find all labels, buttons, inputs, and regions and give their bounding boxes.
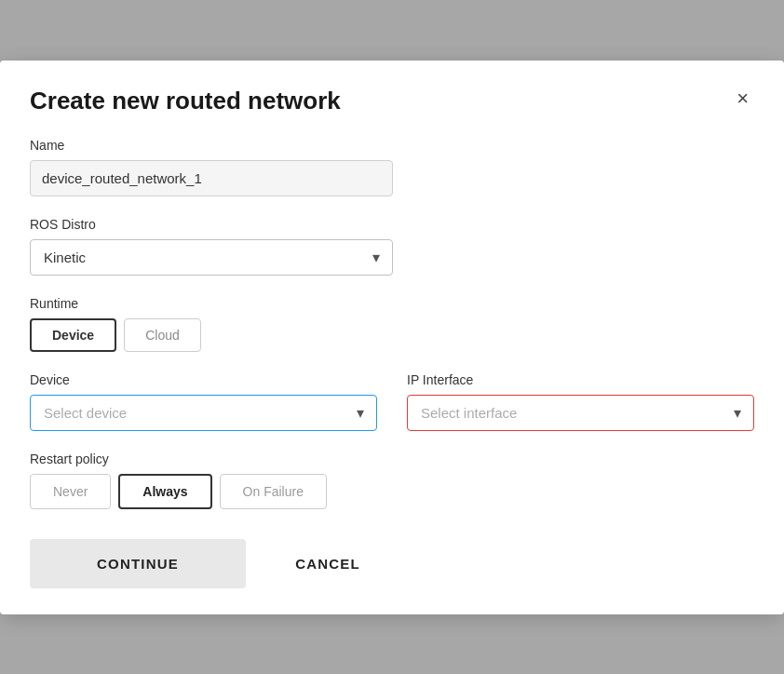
restart-never-button[interactable]: Never (30, 474, 111, 509)
ip-interface-select[interactable]: Select interface (407, 395, 754, 431)
ros-distro-label: ROS Distro (30, 217, 754, 232)
runtime-group: Runtime Device Cloud (30, 296, 754, 352)
close-button[interactable]: × (731, 87, 754, 111)
ip-interface-label: IP Interface (407, 372, 754, 387)
modal-dialog: Create new routed network × Name ROS Dis… (0, 61, 784, 614)
ip-interface-select-wrapper: Select interface ▾ (407, 395, 754, 431)
runtime-toggle-group: Device Cloud (30, 318, 754, 352)
runtime-cloud-button[interactable]: Cloud (124, 318, 201, 352)
runtime-device-button[interactable]: Device (30, 318, 116, 352)
device-select-wrapper: Select device ▾ (30, 395, 377, 431)
restart-policy-toggle-group: Never Always On Failure (30, 474, 754, 509)
ros-distro-group: ROS Distro Kinetic Melodic Noetic Foxy H… (30, 217, 754, 276)
restart-policy-group: Restart policy Never Always On Failure (30, 452, 754, 509)
name-group: Name (30, 138, 754, 196)
device-select[interactable]: Select device (30, 395, 377, 431)
device-label: Device (30, 372, 377, 387)
runtime-label: Runtime (30, 296, 754, 311)
ros-distro-wrapper: Kinetic Melodic Noetic Foxy Humble ▾ (30, 239, 393, 276)
restart-policy-label: Restart policy (30, 452, 754, 466)
modal-header: Create new routed network × (30, 87, 754, 115)
modal-title: Create new routed network (30, 87, 341, 115)
action-row: CONTINUE CANCEL (30, 539, 754, 588)
cancel-button[interactable]: CANCEL (263, 539, 393, 588)
device-col: Device Select device ▾ (30, 372, 377, 431)
modal-overlay: Create new routed network × Name ROS Dis… (0, 0, 784, 674)
ip-interface-col: IP Interface Select interface ▾ (407, 372, 754, 431)
continue-button[interactable]: CONTINUE (30, 539, 246, 588)
name-input[interactable] (30, 160, 393, 196)
ros-distro-select[interactable]: Kinetic Melodic Noetic Foxy Humble (30, 239, 393, 276)
restart-on-failure-button[interactable]: On Failure (220, 474, 327, 509)
restart-always-button[interactable]: Always (118, 474, 211, 509)
device-interface-row: Device Select device ▾ IP Interface Sele… (30, 372, 754, 431)
name-label: Name (30, 138, 754, 153)
